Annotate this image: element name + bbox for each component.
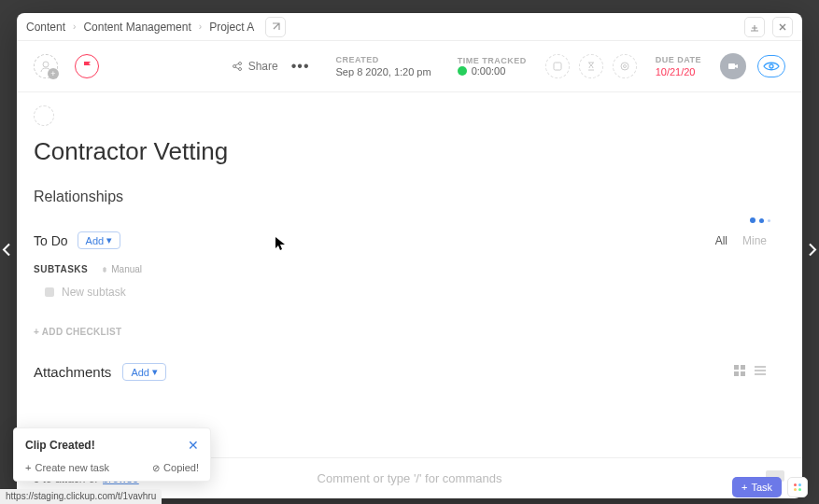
svg-rect-12: [741, 371, 745, 376]
comment-input[interactable]: Comment or type '/' for commands: [318, 471, 502, 485]
created-meta: CREATED Sep 8 2020, 1:20 pm: [336, 55, 431, 77]
prev-task-chevron[interactable]: [2, 243, 11, 262]
status-placeholder[interactable]: [34, 105, 54, 126]
task-body: Contractor Vetting Relationships To Do A…: [17, 92, 802, 457]
status-url-bar: https://staging.clickup.com/t/1vavhru: [0, 489, 162, 504]
record-clip-button[interactable]: [720, 53, 746, 79]
created-label: CREATED: [336, 55, 431, 64]
svg-point-0: [43, 62, 49, 67]
todo-tab-all[interactable]: All: [715, 234, 727, 247]
apps-grid-button[interactable]: [787, 477, 808, 497]
subtask-status-icon: [45, 287, 54, 297]
breadcrumb-item[interactable]: Content: [26, 21, 65, 34]
sort-manual-toggle[interactable]: Manual: [101, 264, 142, 274]
caret-down-icon: ▾: [152, 366, 158, 378]
task-modal: Content › Content Management › Project A: [17, 13, 802, 498]
plus-icon: +: [25, 462, 31, 473]
svg-point-8: [770, 64, 773, 68]
attachments-heading: Attachments: [34, 364, 111, 380]
time-tracked-label: TIME TRACKED: [458, 56, 527, 65]
created-value: Sep 8 2020, 1:20 pm: [336, 66, 431, 77]
play-icon[interactable]: [458, 66, 467, 76]
new-subtask-placeholder: New subtask: [62, 286, 126, 299]
svg-rect-13: [755, 366, 766, 368]
grid-view-icon[interactable]: [733, 364, 746, 381]
link-icon: ⊘: [152, 463, 160, 473]
svg-point-5: [621, 63, 628, 70]
breadcrumb-bar: Content › Content Management › Project A: [17, 13, 802, 41]
attachments-add-button[interactable]: Add ▾: [122, 363, 166, 381]
due-date-meta[interactable]: DUE DATE 10/21/20: [656, 55, 701, 77]
add-checklist-button[interactable]: + ADD CHECKLIST: [34, 327, 785, 337]
svg-rect-14: [755, 370, 766, 371]
task-header: + Share ••• CREATED Sep 8 2020, 1:20 pm …: [17, 41, 802, 92]
share-label: Share: [248, 60, 278, 73]
toast-create-task-button[interactable]: + Create new task: [25, 462, 109, 473]
todo-add-button[interactable]: Add ▾: [78, 231, 121, 249]
due-date-value: 10/21/20: [656, 66, 701, 77]
breadcrumb-item[interactable]: Content Management: [83, 21, 191, 34]
toast-copied-button[interactable]: ⊘ Copied!: [152, 462, 199, 473]
svg-rect-15: [755, 373, 766, 375]
todo-tab-mine[interactable]: Mine: [742, 234, 767, 247]
caret-down-icon: ▾: [106, 234, 112, 246]
chevron-right-icon: ›: [73, 21, 76, 32]
minimize-icon[interactable]: [744, 17, 765, 37]
loading-indicator: [750, 217, 770, 223]
sprint-icon[interactable]: [613, 54, 637, 78]
svg-rect-11: [734, 371, 739, 376]
list-view-icon[interactable]: [754, 364, 767, 381]
due-date-label: DUE DATE: [656, 55, 701, 64]
time-tracked-value: 0:00:00: [472, 65, 506, 77]
task-title[interactable]: Contractor Vetting: [34, 137, 785, 166]
new-subtask-input[interactable]: New subtask: [34, 286, 785, 299]
plus-icon: +: [741, 482, 747, 493]
plus-icon: +: [48, 68, 59, 79]
estimate-icon[interactable]: [545, 54, 570, 78]
toast-close-icon[interactable]: ✕: [188, 438, 199, 453]
breadcrumb-item[interactable]: Project A: [209, 21, 254, 34]
watchers-button[interactable]: [757, 55, 785, 77]
more-menu-icon[interactable]: •••: [291, 58, 310, 75]
svg-rect-7: [728, 63, 735, 69]
open-new-icon[interactable]: [265, 17, 286, 37]
relationships-heading: Relationships: [34, 189, 785, 205]
svg-rect-9: [734, 365, 739, 370]
svg-rect-4: [554, 63, 561, 70]
timer-icon[interactable]: [579, 54, 603, 78]
priority-flag-button[interactable]: [75, 54, 99, 78]
share-button[interactable]: Share: [232, 60, 278, 73]
assignee-avatar-placeholder[interactable]: +: [34, 54, 58, 78]
svg-rect-10: [741, 365, 745, 370]
chevron-right-icon: ›: [199, 21, 202, 32]
close-icon[interactable]: [772, 17, 793, 37]
next-task-chevron[interactable]: [808, 243, 817, 262]
svg-point-6: [623, 65, 626, 68]
time-tracked-meta: TIME TRACKED 0:00:00: [458, 56, 527, 77]
toast-title: Clip Created!: [25, 439, 95, 452]
todo-heading: To Do: [34, 233, 68, 248]
clip-created-toast: Clip Created! ✕ + Create new task ⊘ Copi…: [13, 427, 211, 482]
new-task-fab[interactable]: + Task: [732, 477, 782, 497]
subtasks-heading: SUBTASKS: [34, 264, 88, 274]
